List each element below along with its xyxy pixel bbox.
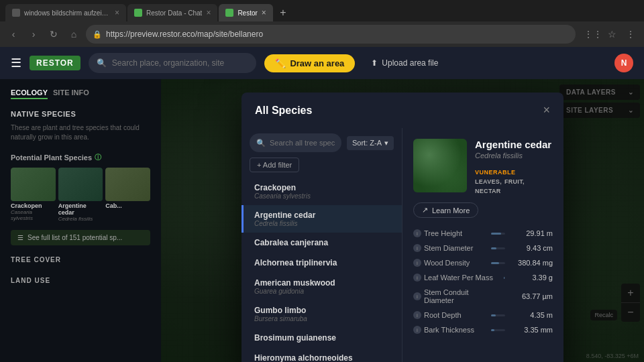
search-input[interactable] bbox=[112, 58, 249, 68]
species-card-2[interactable]: Cab... bbox=[105, 168, 150, 222]
see-full-list-btn[interactable]: ☰ See full list of 151 potential sp... bbox=[11, 230, 150, 245]
metric-info-icon-4[interactable]: i bbox=[413, 292, 421, 300]
draw-area-button[interactable]: ✏️ Draw an area bbox=[264, 54, 355, 72]
info-icon[interactable]: ⓘ bbox=[95, 153, 101, 162]
species-detail-panel: Argentine cedar Cedrela fissilis VUNERAB… bbox=[402, 128, 564, 362]
header-search[interactable]: 🔍 bbox=[89, 53, 257, 73]
external-link-icon: ↗ bbox=[422, 206, 428, 215]
modal-close-button[interactable]: × bbox=[543, 103, 550, 117]
draw-area-label: Draw an area bbox=[290, 58, 344, 68]
forward-button[interactable]: › bbox=[25, 26, 42, 42]
metric-info-icon-2[interactable]: i bbox=[413, 259, 421, 267]
sort-button[interactable]: Sort: Z-A ▾ bbox=[347, 136, 394, 150]
species-item-name-2: Cabralea canjerana bbox=[254, 238, 391, 247]
metric-bar-2 bbox=[491, 262, 505, 264]
metric-row-1: i Stem Diameter 9.43 cm bbox=[413, 241, 553, 255]
add-filter-label: + Add filter bbox=[257, 161, 292, 169]
metric-row-3: i Leaf Water Per Mass 3.39 g bbox=[413, 270, 553, 285]
tab1-close[interactable]: × bbox=[115, 8, 119, 17]
pencil-icon: ✏️ bbox=[275, 58, 286, 68]
detail-species-name: Argentine cedar bbox=[475, 139, 553, 150]
address-bar[interactable]: 🔒 https://preview.restor.eco/map/site/be… bbox=[86, 25, 576, 44]
tab3-close[interactable]: × bbox=[262, 8, 266, 17]
learn-more-button[interactable]: ↗ Learn More bbox=[413, 202, 478, 218]
detail-info: Argentine cedar Cedrela fissilis VUNERAB… bbox=[475, 139, 553, 194]
metric-label-0: i Tree Height bbox=[413, 229, 480, 237]
hamburger-icon[interactable]: ☰ bbox=[11, 56, 21, 70]
tab-3[interactable]: Restor × bbox=[219, 4, 272, 21]
species-item-0[interactable]: Crackopen Casearia sylvestris bbox=[241, 178, 402, 205]
metric-bar-fill-0 bbox=[491, 233, 501, 235]
header-actions: N bbox=[614, 54, 633, 72]
metric-info-icon-3[interactable]: i bbox=[413, 274, 421, 282]
tab-site-info[interactable]: SITE INFO bbox=[53, 87, 89, 99]
map-area[interactable]: DATA LAYERS ⌄ SITE LAYERS ⌄ + − Recalc G… bbox=[161, 79, 644, 362]
metric-value-6: 3.35 mm bbox=[516, 326, 553, 334]
tab-1[interactable]: windows bildschirm aufzeich... × bbox=[5, 4, 126, 21]
upload-area-button[interactable]: ⬆ Upload area file bbox=[363, 54, 446, 72]
species-item-5[interactable]: Gumbo limbo Bursera simaruba bbox=[241, 300, 402, 328]
see-full-list-label: See full list of 151 potential sp... bbox=[28, 234, 122, 241]
extensions-button[interactable]: ⋮⋮ bbox=[585, 26, 601, 42]
tab-ecology[interactable]: ECOLOGY bbox=[11, 87, 48, 99]
tab1-favicon bbox=[12, 9, 20, 17]
sidebar-tab-row: ECOLOGY SITE INFO bbox=[0, 87, 161, 99]
tree-cover-title: TREE COVER bbox=[11, 256, 150, 263]
search-icon: 🔍 bbox=[97, 58, 107, 68]
species-item-3[interactable]: Alchornea triplinervia bbox=[241, 253, 402, 273]
species-item-latin-0: Casearia sylvestris bbox=[254, 192, 391, 200]
tab2-close[interactable]: × bbox=[206, 8, 211, 17]
species-name-2: Cab... bbox=[105, 202, 150, 209]
metric-bar-fill-5 bbox=[491, 314, 496, 316]
home-button[interactable]: ⌂ bbox=[66, 26, 82, 42]
tab3-label: Restor bbox=[237, 9, 257, 17]
metric-row-0: i Tree Height 29.91 m bbox=[413, 226, 553, 241]
native-species-title: NATIVE SPECIES bbox=[0, 107, 161, 121]
bookmark-button[interactable]: ☆ bbox=[604, 26, 620, 42]
modal-search-bar[interactable]: 🔍 bbox=[250, 133, 341, 152]
species-item-4[interactable]: American muskwood Guarea guidonia bbox=[241, 273, 402, 300]
tag-2: NECTAR bbox=[475, 188, 501, 194]
species-card-1[interactable]: Argentine cedar Cedrela fissilis bbox=[58, 168, 103, 222]
species-item-6[interactable]: Brosimum guianense bbox=[241, 328, 402, 348]
land-use-section: LAND USE bbox=[0, 272, 161, 292]
native-species-desc: These are plant and tree species that co… bbox=[0, 121, 161, 147]
modal-body: 🔍 Sort: Z-A ▾ + Add filter bbox=[241, 128, 564, 362]
modal-overlay: All Species × 🔍 S bbox=[161, 79, 644, 362]
add-filter-button[interactable]: + Add filter bbox=[250, 158, 299, 172]
tree-cover-section: TREE COVER bbox=[0, 251, 161, 272]
metric-label-4: i Stem Conduit Diameter bbox=[413, 288, 494, 304]
upload-icon: ⬆ bbox=[371, 58, 378, 68]
metric-value-5: 4.35 m bbox=[516, 311, 553, 319]
species-list: Crackopen Casearia sylvestris Argentine … bbox=[241, 178, 402, 362]
species-item-2[interactable]: Cabralea canjerana bbox=[241, 233, 402, 253]
chevron-down-icon3: ▾ bbox=[384, 139, 388, 147]
metric-info-icon-0[interactable]: i bbox=[413, 229, 421, 237]
metric-info-icon-5[interactable]: i bbox=[413, 311, 421, 319]
metric-label-1: i Stem Diameter bbox=[413, 244, 480, 252]
refresh-button[interactable]: ↻ bbox=[46, 26, 62, 42]
nav-actions: ⋮⋮ ☆ ⋮ bbox=[585, 26, 639, 42]
metric-info-icon-6[interactable]: i bbox=[413, 326, 421, 334]
metric-row-6: i Bark Thickness 3.35 mm bbox=[413, 322, 553, 337]
species-tags: LEAVES, FRUIT, NECTAR bbox=[475, 178, 553, 194]
species-name-1: Argentine cedar bbox=[58, 202, 103, 216]
metric-value-0: 29.91 m bbox=[516, 229, 553, 237]
species-item-7[interactable]: Hieronyma alchorneoides bbox=[241, 348, 402, 362]
tab1-label: windows bildschirm aufzeich... bbox=[24, 9, 111, 17]
metric-label-3: i Leaf Water Per Mass bbox=[413, 274, 493, 282]
all-species-modal: All Species × 🔍 S bbox=[241, 93, 564, 362]
back-button[interactable]: ‹ bbox=[5, 26, 21, 42]
more-button[interactable]: ⋮ bbox=[623, 26, 639, 42]
new-tab-button[interactable]: + bbox=[274, 4, 292, 21]
species-card-0[interactable]: Crackopen Casearia sylvestris bbox=[11, 168, 56, 222]
metric-label-text-6: Bark Thickness bbox=[424, 326, 474, 334]
tag-0: LEAVES, bbox=[475, 178, 502, 185]
metric-info-icon-1[interactable]: i bbox=[413, 244, 421, 252]
tab-2[interactable]: Restor Data - Chat × bbox=[127, 4, 217, 21]
species-search-input[interactable] bbox=[270, 139, 335, 147]
metric-bar-1 bbox=[491, 247, 505, 249]
user-avatar[interactable]: N bbox=[614, 54, 633, 72]
modal-title: All Species bbox=[255, 105, 312, 117]
species-item-1[interactable]: Argentine cedar Cedrela fissilis bbox=[241, 205, 402, 233]
